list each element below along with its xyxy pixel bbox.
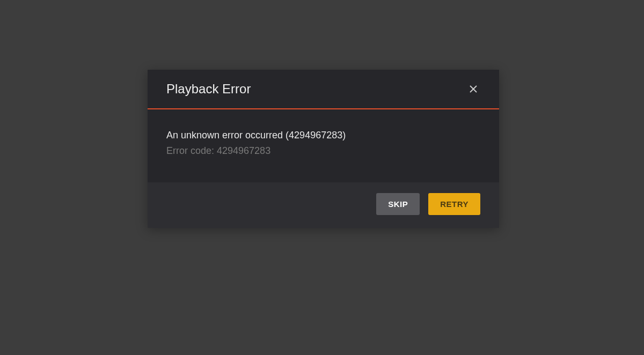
retry-button[interactable]: RETRY <box>428 193 480 215</box>
playback-error-dialog: Playback Error An unknown error occurred… <box>148 70 499 228</box>
close-button[interactable] <box>466 82 480 96</box>
error-message: An unknown error occurred (4294967283) <box>166 130 480 141</box>
dialog-body: An unknown error occurred (4294967283) E… <box>148 109 499 182</box>
close-icon <box>469 84 478 94</box>
dialog-header: Playback Error <box>148 70 499 109</box>
dialog-title: Playback Error <box>166 82 251 97</box>
dialog-footer: SKIP RETRY <box>148 182 499 228</box>
error-code-label: Error code: 4294967283 <box>166 145 480 157</box>
skip-button[interactable]: SKIP <box>376 193 420 215</box>
